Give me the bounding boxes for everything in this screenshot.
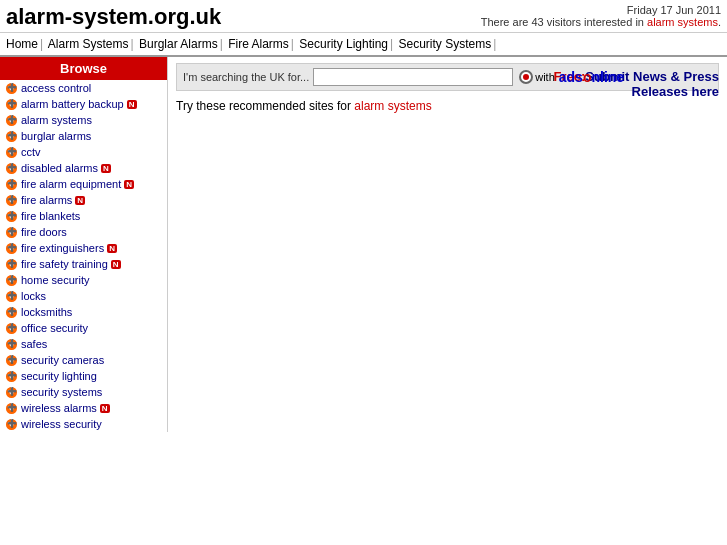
orange-arrow-icon	[6, 419, 17, 430]
svg-point-15	[10, 198, 14, 202]
svg-point-39	[10, 390, 14, 394]
svg-point-19	[10, 230, 14, 234]
sidebar-link[interactable]: wireless alarms	[21, 402, 97, 414]
sidebar-link[interactable]: alarm systems	[21, 114, 92, 126]
svg-point-6	[7, 131, 17, 141]
sidebar-link[interactable]: security systems	[21, 386, 102, 398]
svg-point-8	[7, 147, 17, 157]
sidebar-item: safes	[0, 336, 167, 352]
svg-point-43	[10, 422, 14, 426]
sidebar-link[interactable]: access control	[21, 82, 91, 94]
orange-arrow-icon	[6, 323, 17, 334]
sidebar-link[interactable]: fire safety training	[21, 258, 108, 270]
search-radio-area: with adsonline	[519, 69, 624, 85]
sidebar-link[interactable]: alarm battery backup	[21, 98, 124, 110]
svg-point-23	[10, 262, 14, 266]
sidebar-link[interactable]: locks	[21, 290, 46, 302]
recommended-text: Try these recommended sites for alarm sy…	[176, 99, 719, 113]
sidebar-link[interactable]: disabled alarms	[21, 162, 98, 174]
nav-security-lighting[interactable]: Security Lighting	[299, 37, 388, 51]
svg-point-40	[7, 403, 17, 413]
ads-text: ads	[559, 69, 583, 85]
search-radio-button[interactable]	[519, 70, 533, 84]
sidebar-link[interactable]: security lighting	[21, 370, 97, 382]
sidebar-link[interactable]: fire alarm equipment	[21, 178, 121, 190]
svg-point-3	[10, 102, 14, 106]
sidebar-link[interactable]: fire extinguishers	[21, 242, 104, 254]
sidebar-items: access controlalarm battery backupNalarm…	[0, 80, 167, 432]
nav-burglar-alarms[interactable]: Burglar Alarms	[139, 37, 218, 51]
date-label: Friday 17 Jun 2011	[481, 4, 721, 16]
svg-point-11	[10, 166, 14, 170]
sidebar-item: locksmiths	[0, 304, 167, 320]
sidebar-link[interactable]: home security	[21, 274, 89, 286]
sidebar-link[interactable]: fire blankets	[21, 210, 80, 222]
new-badge: N	[100, 404, 110, 413]
nav-alarm-systems[interactable]: Alarm Systems	[48, 37, 129, 51]
sidebar-item: fire extinguishersN	[0, 240, 167, 256]
svg-point-2	[7, 99, 17, 109]
sidebar-item: security lighting	[0, 368, 167, 384]
content-area: I'm searching the UK for... with adsonli…	[168, 57, 727, 432]
new-badge: N	[124, 180, 134, 189]
svg-point-4	[7, 115, 17, 125]
recommended-link[interactable]: alarm systems	[354, 99, 431, 113]
sidebar: Browse access controlalarm battery backu…	[0, 57, 168, 432]
sidebar-item: wireless security	[0, 416, 167, 432]
orange-arrow-icon	[6, 227, 17, 238]
svg-point-28	[7, 307, 17, 317]
orange-arrow-icon	[6, 179, 17, 190]
svg-point-1	[10, 86, 14, 90]
svg-point-27	[10, 294, 14, 298]
sidebar-item: locks	[0, 288, 167, 304]
top-bar: alarm-system.org.uk Friday 17 Jun 2011 T…	[0, 0, 727, 33]
new-badge: N	[111, 260, 121, 269]
sidebar-item: security systems	[0, 384, 167, 400]
sidebar-item: fire blankets	[0, 208, 167, 224]
new-badge: N	[127, 100, 137, 109]
sidebar-item: wireless alarmsN	[0, 400, 167, 416]
sidebar-link[interactable]: fire doors	[21, 226, 67, 238]
orange-arrow-icon	[6, 371, 17, 382]
svg-point-9	[10, 150, 14, 154]
nav-home[interactable]: Home	[6, 37, 38, 51]
press-line2: Releases here	[554, 84, 719, 99]
nav-fire-alarms[interactable]: Fire Alarms	[228, 37, 289, 51]
svg-point-33	[10, 342, 14, 346]
sidebar-link[interactable]: security cameras	[21, 354, 104, 366]
visitors-info: There are 43 visitors interested in alar…	[481, 16, 721, 28]
sidebar-item: fire doors	[0, 224, 167, 240]
sidebar-item: burglar alarms	[0, 128, 167, 144]
new-badge: N	[101, 164, 111, 173]
orange-arrow-icon	[6, 307, 17, 318]
sidebar-item: fire alarm equipmentN	[0, 176, 167, 192]
sidebar-item: fire safety trainingN	[0, 256, 167, 272]
sidebar-item: cctv	[0, 144, 167, 160]
orange-arrow-icon	[6, 83, 17, 94]
orange-arrow-icon	[6, 291, 17, 302]
svg-point-18	[7, 227, 17, 237]
sidebar-item: fire alarmsN	[0, 192, 167, 208]
svg-point-13	[10, 182, 14, 186]
sidebar-link[interactable]: wireless security	[21, 418, 102, 430]
orange-arrow-icon	[6, 243, 17, 254]
svg-point-17	[10, 214, 14, 218]
search-label: I'm searching the UK for...	[183, 71, 309, 83]
sidebar-link[interactable]: locksmiths	[21, 306, 72, 318]
nav-security-systems[interactable]: Security Systems	[398, 37, 491, 51]
sidebar-link[interactable]: fire alarms	[21, 194, 72, 206]
top-right-info: Friday 17 Jun 2011 There are 43 visitors…	[481, 4, 721, 28]
svg-point-22	[7, 259, 17, 269]
search-input[interactable]	[313, 68, 513, 86]
svg-point-14	[7, 195, 17, 205]
svg-point-12	[7, 179, 17, 189]
sidebar-link[interactable]: cctv	[21, 146, 41, 158]
svg-point-21	[10, 246, 14, 250]
sidebar-link[interactable]: office security	[21, 322, 88, 334]
sidebar-item: alarm systems	[0, 112, 167, 128]
sidebar-link[interactable]: safes	[21, 338, 47, 350]
site-title: alarm-system.org.uk	[6, 4, 221, 30]
sidebar-link[interactable]: burglar alarms	[21, 130, 91, 142]
visitors-suffix: .	[718, 16, 721, 28]
visitors-link[interactable]: alarm systems	[647, 16, 718, 28]
